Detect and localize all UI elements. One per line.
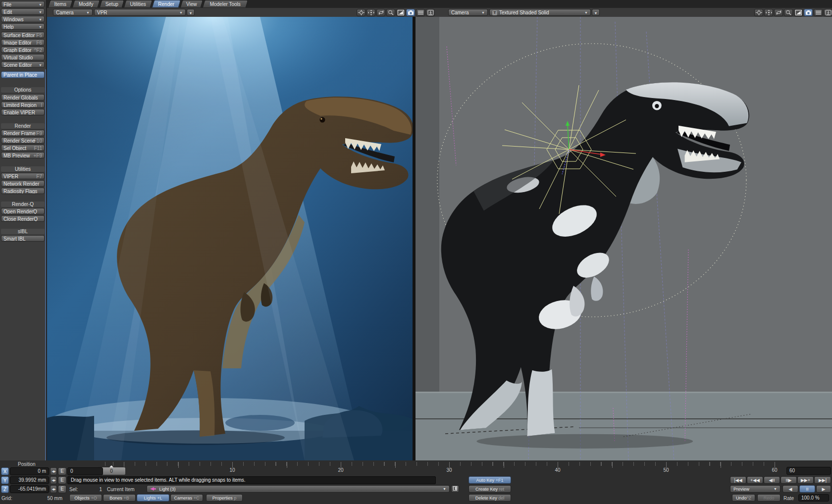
tab-items[interactable]: Items bbox=[48, 0, 73, 7]
viper-button[interactable]: F7VIPER bbox=[1, 173, 45, 179]
right-view-type-dropdown[interactable]: ▼Camera View bbox=[448, 9, 488, 16]
x-position-field[interactable]: 0 m bbox=[10, 467, 49, 475]
left-view-type-dropdown[interactable]: ▼Camera View bbox=[53, 9, 93, 16]
render-globals-button[interactable]: Render Globals bbox=[1, 94, 45, 101]
enable-viper-button[interactable]: Enable VIPER bbox=[1, 109, 45, 115]
left-shading-dropdown[interactable]: ▼VPR bbox=[94, 9, 186, 16]
viewport-menu-icon[interactable] bbox=[814, 9, 823, 16]
zoom-view-icon[interactable] bbox=[386, 9, 395, 16]
auto-key-button[interactable]: Auto Key +F1 bbox=[468, 476, 511, 484]
right-shading-options-dropdown[interactable]: ▼ bbox=[592, 9, 600, 16]
center-item-icon[interactable] bbox=[754, 9, 763, 16]
delete-key-button[interactable]: Delete Key del bbox=[468, 494, 511, 502]
open-renderq-button[interactable]: Open RenderQ bbox=[1, 208, 45, 214]
end-frame-field[interactable]: 60 bbox=[786, 467, 831, 475]
properties-button[interactable]: Properties p bbox=[206, 494, 243, 502]
z-position-field[interactable]: -65.0419mm bbox=[10, 485, 49, 493]
timeline-tick-label: 40 bbox=[555, 467, 560, 473]
y-stepper[interactable]: ◀▶ bbox=[50, 476, 57, 484]
windows-menu[interactable]: ▼Windows bbox=[1, 16, 45, 22]
help-menu[interactable]: ▼Help bbox=[1, 23, 45, 30]
parent-in-place-button[interactable]: Parent in Place bbox=[1, 71, 45, 78]
rate-field[interactable]: 100.0 % bbox=[798, 494, 829, 502]
viewport-vpr-render[interactable] bbox=[47, 17, 413, 461]
file-menu[interactable]: ▼File bbox=[1, 1, 45, 7]
limited-region-button[interactable]: lLimited Region bbox=[1, 101, 45, 108]
render-scene-button[interactable]: F10Render Scene bbox=[1, 137, 45, 144]
viewport-menu-icon[interactable] bbox=[416, 9, 425, 16]
cameras-mode-button[interactable]: Cameras +C bbox=[170, 494, 203, 502]
center-item-icon[interactable] bbox=[357, 9, 365, 16]
pan-view-icon[interactable] bbox=[764, 9, 773, 16]
preview-dropdown[interactable]: ▼Preview bbox=[730, 485, 780, 493]
tab-modify[interactable]: Modify bbox=[72, 0, 100, 7]
rotate-view-icon[interactable] bbox=[774, 9, 783, 16]
tab-view[interactable]: View bbox=[180, 0, 203, 7]
sel-object-button[interactable]: F11Sel Object bbox=[1, 145, 45, 151]
y-axis-button[interactable]: Y bbox=[1, 476, 9, 484]
timeline-tick-label: 20 bbox=[338, 467, 343, 473]
graph-editor-button[interactable]: ^F2Graph Editor bbox=[1, 47, 45, 53]
step-back-button[interactable]: ◀II bbox=[764, 476, 780, 484]
prev-keyframe-button[interactable]: +◀◀ bbox=[747, 476, 763, 484]
maximize-viewport-icon[interactable] bbox=[794, 9, 803, 16]
objects-mode-button[interactable]: Objects +O bbox=[69, 494, 102, 502]
z-stepper[interactable]: ◀▶ bbox=[50, 485, 57, 493]
bones-mode-button[interactable]: Bones +B bbox=[103, 494, 136, 502]
play-forward-button[interactable]: ▶ bbox=[816, 485, 831, 493]
close-renderq-button[interactable]: Close RenderQ bbox=[1, 215, 45, 222]
zoom-view-icon[interactable] bbox=[784, 9, 793, 16]
position-panel-title: Position bbox=[18, 460, 52, 468]
lights-mode-button[interactable]: Lights +L bbox=[137, 494, 169, 502]
image-editor-button[interactable]: F6Image Editor bbox=[1, 39, 45, 46]
network-render-button[interactable]: Network Render bbox=[1, 180, 45, 187]
z-axis-button[interactable]: Z bbox=[1, 485, 9, 493]
bottom-control-panel: 0 10 20 30 40 50 60 0 60 Position X 0 m … bbox=[0, 460, 832, 504]
selection-count-label: Sel: bbox=[69, 486, 78, 493]
tab-setup[interactable]: Setup bbox=[100, 0, 124, 7]
right-shading-dropdown[interactable]: ▼TTextured Shaded Solid bbox=[489, 9, 591, 16]
maximize-viewport-icon[interactable] bbox=[396, 9, 405, 16]
create-key-button[interactable]: Create Key ret bbox=[468, 485, 511, 493]
rotate-view-icon[interactable] bbox=[376, 9, 385, 16]
surface-editor-button[interactable]: F5Surface Editor bbox=[1, 32, 45, 38]
radiosity-flags-button[interactable]: Radiosity Flags bbox=[1, 188, 45, 194]
undo-button[interactable]: Undo^Z bbox=[732, 494, 755, 502]
redo-button[interactable]: Redo bbox=[757, 494, 780, 502]
item-properties-mini-button[interactable] bbox=[451, 485, 459, 493]
viewport-preset-icon[interactable] bbox=[824, 9, 832, 16]
scene-editor-button[interactable]: ▼Scene Editor bbox=[1, 61, 45, 68]
camera-view-icon[interactable] bbox=[406, 9, 415, 16]
y-envelope-button[interactable]: E bbox=[58, 476, 66, 484]
step-forward-button[interactable]: II▶ bbox=[780, 476, 797, 484]
x-axis-button[interactable]: X bbox=[1, 467, 9, 475]
next-keyframe-button[interactable]: ▶▶+ bbox=[797, 476, 814, 484]
chevron-down-icon: ▼ bbox=[179, 9, 183, 16]
tab-modeler-tools[interactable]: Modeler Tools bbox=[203, 0, 248, 7]
viewport-preset-icon[interactable] bbox=[426, 9, 435, 16]
edit-menu[interactable]: ▼Edit bbox=[1, 8, 45, 15]
left-shading-options-dropdown[interactable]: ▼ bbox=[187, 9, 195, 16]
z-envelope-button[interactable]: E bbox=[58, 485, 66, 493]
tab-render[interactable]: Render bbox=[152, 0, 181, 7]
viewport-header-strip: ▼Camera View ▼VPR ▼ ▼Camera View ▼TTextu… bbox=[47, 8, 832, 17]
current-frame-field[interactable]: 0 bbox=[67, 467, 103, 475]
x-stepper[interactable]: ◀▶ bbox=[50, 467, 57, 475]
virtual-studio-button[interactable]: Virtual Studio bbox=[1, 54, 45, 60]
pause-button[interactable]: II bbox=[799, 485, 815, 493]
pan-view-icon[interactable] bbox=[366, 9, 375, 16]
smart-ibl-button[interactable]: Smart IBL bbox=[1, 235, 45, 242]
viewport-shaded-opengl[interactable] bbox=[416, 17, 832, 461]
render-frame-button[interactable]: F9Render Frame bbox=[1, 130, 45, 136]
x-envelope-button[interactable]: E bbox=[58, 467, 66, 475]
y-position-field[interactable]: 39.9992 mm bbox=[10, 476, 49, 484]
status-hint-bar: Drag mouse in view to move selected item… bbox=[67, 476, 436, 484]
tab-utilities[interactable]: Utilities bbox=[124, 0, 153, 7]
camera-view-icon[interactable] bbox=[804, 9, 813, 16]
go-to-start-button[interactable]: |◀◀ bbox=[730, 476, 746, 484]
go-to-end-button[interactable]: ▶▶| bbox=[814, 476, 831, 484]
mb-preview-button[interactable]: +F9MB Preview bbox=[1, 152, 45, 158]
play-backward-button[interactable]: ◀ bbox=[782, 485, 798, 493]
current-item-dropdown[interactable]: ▼ Light (3) bbox=[147, 485, 450, 493]
chevron-down-icon: ▼ bbox=[39, 1, 42, 7]
